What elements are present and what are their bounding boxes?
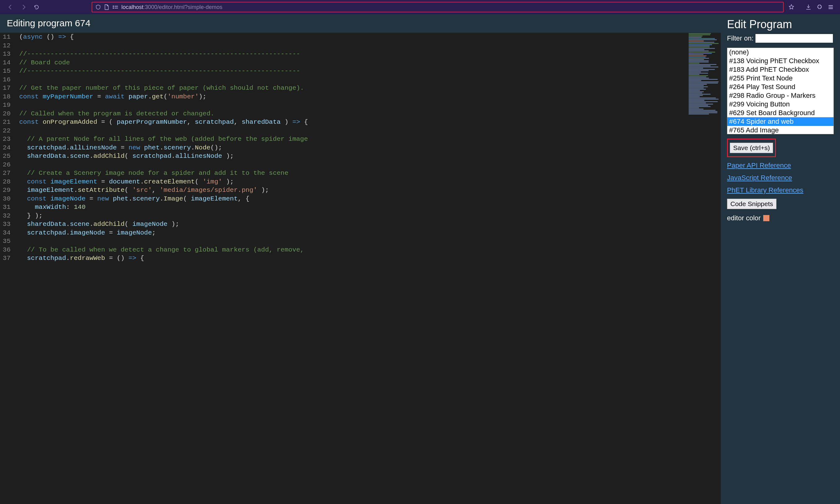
extensions-icon[interactable]: [817, 4, 823, 10]
reference-link[interactable]: Paper API Reference: [727, 162, 834, 169]
code-line[interactable]: 34 scratchpad.imageNode = imageNode;: [0, 229, 721, 237]
code-line[interactable]: 11(async () => {: [0, 33, 721, 41]
code-line[interactable]: 32 } );: [0, 212, 721, 220]
line-number: 32: [0, 212, 19, 220]
browser-toolbar: localhost:3000/editor.html?simple-demos: [0, 0, 840, 14]
code-editor[interactable]: 11(async () => {12 13//-----------------…: [0, 33, 721, 504]
line-number: 31: [0, 203, 19, 212]
line-number: 12: [0, 41, 19, 50]
line-number: 37: [0, 254, 19, 263]
code-line[interactable]: 23 // A parent Node for all lines of the…: [0, 135, 721, 144]
code-line[interactable]: 30 const imageNode = new phet.scenery.Im…: [0, 195, 721, 203]
reference-link[interactable]: PhET Library References: [727, 186, 834, 194]
code-line[interactable]: 31 maxWidth: 140: [0, 203, 721, 212]
code-line[interactable]: 22: [0, 127, 721, 135]
line-number: 27: [0, 169, 19, 178]
address-bar[interactable]: localhost:3000/editor.html?simple-demos: [92, 2, 784, 12]
code-line[interactable]: 28 const imageElement = document.createE…: [0, 178, 721, 186]
svg-rect-1: [115, 6, 118, 6]
line-number: 19: [0, 101, 19, 109]
line-number: 14: [0, 58, 19, 67]
line-number: 18: [0, 92, 19, 101]
code-line[interactable]: 26: [0, 161, 721, 169]
code-line[interactable]: 18const myPaperNumber = await paper.get(…: [0, 92, 721, 101]
forward-button[interactable]: [19, 3, 28, 12]
line-number: 20: [0, 109, 19, 118]
program-option[interactable]: #629 Set Board Background: [727, 109, 834, 117]
shield-icon: [95, 4, 101, 10]
line-number: 26: [0, 161, 19, 169]
line-number: 17: [0, 84, 19, 92]
line-number: 15: [0, 67, 19, 75]
code-line[interactable]: 21const onProgramAdded = ( paperProgramN…: [0, 118, 721, 127]
filter-input[interactable]: [755, 34, 833, 43]
code-line[interactable]: 29 imageElement.setAttribute( 'src', 'me…: [0, 186, 721, 195]
save-button[interactable]: Save (ctrl+s): [730, 143, 773, 153]
editor-color-label: editor color: [727, 214, 761, 222]
code-line[interactable]: 37 scratchpad.redrawWeb = () => {: [0, 254, 721, 263]
reload-button[interactable]: [32, 3, 41, 12]
line-number: 28: [0, 178, 19, 186]
code-line[interactable]: 14// Board code: [0, 58, 721, 67]
editor-pane: Editing program 674 11(async () => {12 1…: [0, 14, 721, 504]
code-line[interactable]: 17// Get the paper number of this piece …: [0, 84, 721, 92]
code-line[interactable]: 16: [0, 75, 721, 84]
save-region: Save (ctrl+s): [727, 139, 776, 157]
program-option[interactable]: #138 Voicing PhET Checkbox: [727, 57, 834, 65]
code-line[interactable]: 36 // To be called when we detect a chan…: [0, 246, 721, 254]
line-number: 24: [0, 144, 19, 152]
code-line[interactable]: 35: [0, 237, 721, 246]
code-line[interactable]: 20// Called when the program is detected…: [0, 109, 721, 118]
arrow-right-icon: [20, 4, 27, 10]
line-number: 22: [0, 127, 19, 135]
code-line[interactable]: 24 scratchpad.allLinesNode = new phet.sc…: [0, 144, 721, 152]
line-number: 13: [0, 50, 19, 58]
code-line[interactable]: 15//------------------------------------…: [0, 67, 721, 75]
editor-title: Editing program 674: [0, 14, 721, 33]
svg-point-2: [113, 7, 114, 9]
program-option[interactable]: #255 Print Text Node: [727, 74, 834, 83]
reload-icon: [33, 4, 40, 10]
code-snippets-button[interactable]: Code Snippets: [727, 199, 776, 209]
code-line[interactable]: 33 sharedData.scene.addChild( imageNode …: [0, 220, 721, 229]
line-number: 33: [0, 220, 19, 229]
bookmark-star-icon[interactable]: [788, 4, 795, 11]
minimap[interactable]: [687, 33, 721, 504]
program-option[interactable]: #298 Radio Group - Markers: [727, 91, 834, 100]
line-number: 25: [0, 152, 19, 161]
line-number: 16: [0, 75, 19, 84]
line-number: 34: [0, 229, 19, 237]
url-text: localhost:3000/editor.html?simple-demos: [121, 4, 222, 11]
editor-color-swatch[interactable]: [763, 215, 769, 221]
program-list[interactable]: (none)#138 Voicing PhET Checkbox#183 Add…: [727, 48, 834, 134]
line-number: 11: [0, 33, 19, 41]
page-icon: [104, 4, 109, 10]
arrow-left-icon: [7, 4, 14, 10]
reference-link[interactable]: JavaScript Reference: [727, 174, 834, 182]
menu-icon[interactable]: [828, 4, 834, 10]
program-option[interactable]: #264 Play Test Sound: [727, 83, 834, 91]
permissions-icon: [112, 5, 118, 9]
back-button[interactable]: [6, 3, 15, 12]
program-option[interactable]: (none): [727, 48, 834, 57]
sidebar: Edit Program Filter on: (none)#138 Voici…: [721, 14, 840, 504]
program-option[interactable]: #183 Add PhET Checkbox: [727, 65, 834, 74]
program-option[interactable]: #765 Add Image: [727, 126, 834, 134]
line-number: 35: [0, 237, 19, 246]
line-number: 21: [0, 118, 19, 127]
program-option[interactable]: #299 Voicing Button: [727, 100, 834, 109]
downloads-icon[interactable]: [805, 4, 811, 10]
code-line[interactable]: 27 // Create a Scenery image node for a …: [0, 169, 721, 178]
code-line[interactable]: 19: [0, 101, 721, 109]
code-line[interactable]: 13//------------------------------------…: [0, 50, 721, 58]
svg-point-0: [113, 5, 114, 7]
line-number: 29: [0, 186, 19, 195]
line-number: 30: [0, 195, 19, 203]
line-number: 23: [0, 135, 19, 144]
svg-rect-3: [115, 8, 118, 8]
program-option[interactable]: #674 Spider and web: [727, 117, 834, 126]
filter-label: Filter on:: [727, 34, 754, 42]
code-line[interactable]: 25 sharedData.scene.addChild( scratchpad…: [0, 152, 721, 161]
code-line[interactable]: 12: [0, 41, 721, 50]
sidebar-title: Edit Program: [721, 18, 840, 33]
